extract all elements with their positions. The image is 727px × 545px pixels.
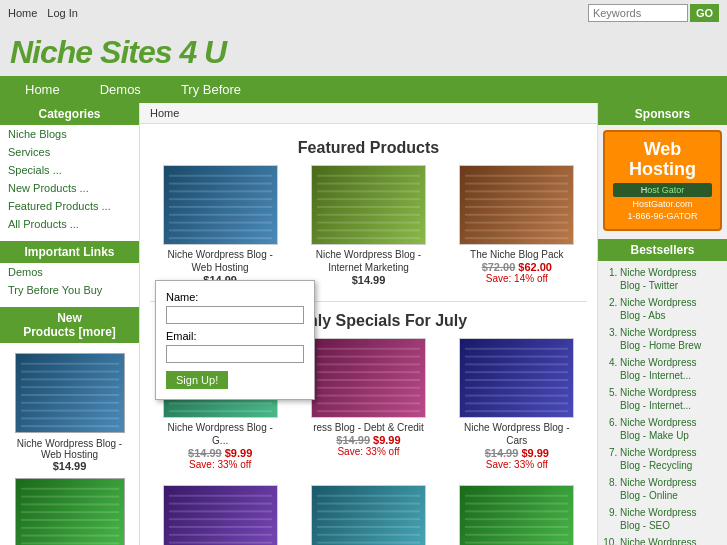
bestseller-7[interactable]: Niche Wordpress Blog - Recycling: [620, 446, 719, 472]
monthly-product-2: ress Blog - Debt & Credit $14.99 $9.99 S…: [308, 338, 428, 470]
featured-product-2-thumb[interactable]: [311, 165, 426, 245]
monthly-product-4: Niche Wordpress Blog - Home Theatre $14.…: [160, 485, 280, 545]
featured-product-3-sale-price: $62.00: [518, 261, 552, 273]
ad-url: HostGator.com: [613, 199, 712, 209]
main-nav: Home Demos Try Before: [0, 76, 727, 103]
search-button[interactable]: GO: [690, 4, 719, 22]
sidebar-all-products[interactable]: All Products ...: [0, 215, 139, 233]
new-products-sidebar-title: New Products [more]: [0, 307, 139, 343]
featured-product-1: Niche Wordpress Blog - Web Hosting $14.9…: [160, 165, 280, 286]
sidebar-specials[interactable]: Specials ...: [0, 161, 139, 179]
monthly-product-6-thumb[interactable]: [459, 485, 574, 545]
ad-brand: Host Gator: [613, 183, 712, 197]
monthly-product-4-thumb[interactable]: [163, 485, 278, 545]
sidebar-featured-products[interactable]: Featured Products ...: [0, 197, 139, 215]
featured-product-3-name: The Niche Blog Pack: [457, 248, 577, 261]
sidebar-new-products[interactable]: New Products ...: [0, 179, 139, 197]
featured-product-1-thumb[interactable]: [163, 165, 278, 245]
home-header-link[interactable]: Home: [8, 7, 37, 19]
hostgator-ad[interactable]: Web Hosting Host Gator HostGator.com 1-8…: [603, 130, 722, 231]
sidebar-demos[interactable]: Demos: [0, 263, 139, 281]
sidebar-services[interactable]: Services: [0, 143, 139, 161]
categories-title: Categories: [0, 103, 139, 125]
monthly-product-3-price: $14.99 $9.99: [457, 447, 577, 459]
search-input[interactable]: [588, 4, 688, 22]
new-product-thumb-2: [15, 478, 125, 545]
featured-product-2-price: $14.99: [308, 274, 428, 286]
bestseller-5[interactable]: Niche Wordpress Blog - Internet...: [620, 386, 719, 412]
monthly-product-5-thumb[interactable]: [311, 485, 426, 545]
sidebar-try-before-you-buy[interactable]: Try Before You Buy: [0, 281, 139, 299]
bestseller-8[interactable]: Niche Wordpress Blog - Online: [620, 476, 719, 502]
popup-name-input[interactable]: [166, 306, 304, 324]
signup-popup: Name: Email: Sign Up!: [155, 280, 315, 400]
new-product-1-price: $14.99: [8, 460, 131, 472]
monthly-product-3: Niche Wordpress Blog - Cars $14.99 $9.99…: [457, 338, 577, 470]
monthly-product-3-name: Niche Wordpress Blog - Cars: [457, 421, 577, 447]
monthly-product-1-name: Niche Wordpress Blog - G...: [160, 421, 280, 447]
bestsellers-title: Bestsellers: [598, 239, 727, 261]
monthly-product-5: Niche Wordpress Blog - Photography $14.9…: [308, 485, 428, 545]
featured-product-3-thumb[interactable]: [459, 165, 574, 245]
monthly-product-1-price: $14.99 $9.99: [160, 447, 280, 459]
monthly-specials-grid-2: Niche Wordpress Blog - Home Theatre $14.…: [150, 485, 587, 545]
featured-product-3-orig-price: $72.00: [482, 261, 516, 273]
nav-try-before[interactable]: Try Before: [161, 76, 261, 103]
new-product-thumb-1: [15, 353, 125, 433]
nav-home[interactable]: Home: [5, 76, 80, 103]
featured-product-1-name: Niche Wordpress Blog - Web Hosting: [160, 248, 280, 274]
featured-product-2: Niche Wordpress Blog - Internet Marketin…: [308, 165, 428, 286]
breadcrumb: Home: [140, 103, 597, 124]
bestseller-9[interactable]: Niche Wordpress Blog - SEO: [620, 506, 719, 532]
bestseller-4[interactable]: Niche Wordpress Blog - Internet...: [620, 356, 719, 382]
nav-demos[interactable]: Demos: [80, 76, 161, 103]
popup-name-label: Name:: [166, 291, 304, 303]
important-links-title: Important Links: [0, 241, 139, 263]
bestseller-1[interactable]: Niche Wordpress Blog - Twitter: [620, 266, 719, 292]
featured-product-3-save: Save: 14% off: [457, 273, 577, 284]
popup-email-label: Email:: [166, 330, 304, 342]
featured-product-3: The Niche Blog Pack $72.00 $62.00 Save: …: [457, 165, 577, 286]
site-logo: Niche Sites 4 U: [10, 34, 717, 71]
bestseller-6[interactable]: Niche Wordpress Blog - Make Up: [620, 416, 719, 442]
monthly-product-2-price: $14.99 $9.99: [308, 434, 428, 446]
sponsors-title: Sponsors: [598, 103, 727, 125]
featured-product-3-price: $72.00 $62.00: [457, 261, 577, 273]
featured-product-2-name: Niche Wordpress Blog - Internet Marketin…: [308, 248, 428, 274]
bestseller-3[interactable]: Niche Wordpress Blog - Home Brew: [620, 326, 719, 352]
featured-products-grid: Niche Wordpress Blog - Web Hosting $14.9…: [150, 165, 587, 286]
monthly-product-2-thumb[interactable]: [311, 338, 426, 418]
login-header-link[interactable]: Log In: [47, 7, 78, 19]
ad-web-hosting-text: Web Hosting: [613, 140, 712, 180]
bestsellers-list: Niche Wordpress Blog - Twitter Niche Wor…: [598, 261, 727, 545]
bestseller-2[interactable]: Niche Wordpress Blog - Abs: [620, 296, 719, 322]
monthly-product-3-thumb[interactable]: [459, 338, 574, 418]
new-product-1-name: Niche Wordpress Blog - Web Hosting: [8, 438, 131, 460]
popup-signup-button[interactable]: Sign Up!: [166, 371, 228, 389]
monthly-product-6: Niche Wordpress Blog - Trees $14.99 $9.9…: [457, 485, 577, 545]
bestseller-10[interactable]: Niche Wordpress Blog - Web Hosting: [620, 536, 719, 545]
featured-products-title: Featured Products: [150, 139, 587, 157]
monthly-product-2-name: ress Blog - Debt & Credit: [308, 421, 428, 434]
popup-email-input[interactable]: [166, 345, 304, 363]
ad-phone: 1-866-96-GATOR: [613, 211, 712, 221]
sidebar-niche-blogs[interactable]: Niche Blogs: [0, 125, 139, 143]
